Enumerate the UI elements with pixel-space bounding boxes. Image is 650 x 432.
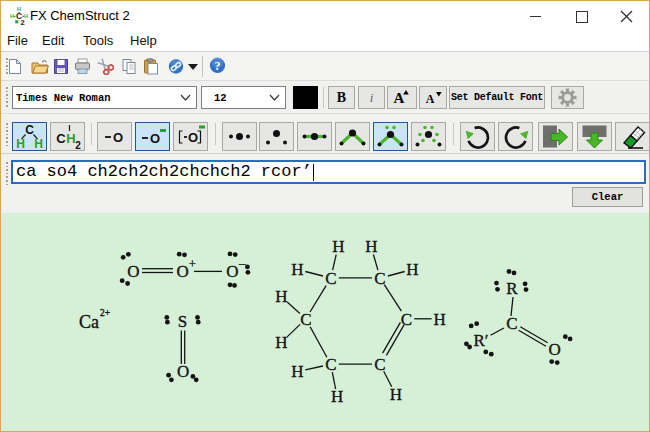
svg-text:2+: 2+ bbox=[100, 308, 110, 318]
svg-text:H: H bbox=[291, 260, 303, 279]
svg-text:+: + bbox=[189, 257, 196, 271]
svg-text:A: A bbox=[426, 92, 435, 106]
svg-text:2: 2 bbox=[75, 140, 81, 150]
svg-text:H: H bbox=[331, 387, 343, 406]
svg-text:H: H bbox=[390, 385, 402, 404]
svg-text:?: ? bbox=[215, 59, 221, 73]
svg-text:S: S bbox=[178, 312, 187, 331]
svg-text:H: H bbox=[16, 137, 25, 150]
svg-text:C: C bbox=[506, 314, 517, 333]
svg-text:C: C bbox=[325, 355, 336, 374]
svg-text:2: 2 bbox=[21, 18, 25, 26]
svg-text:O: O bbox=[188, 130, 198, 145]
svg-text:C: C bbox=[374, 355, 385, 374]
svg-text:R: R bbox=[506, 279, 518, 298]
svg-text:Rʹ: Rʹ bbox=[473, 331, 488, 350]
svg-text:C: C bbox=[300, 310, 311, 329]
svg-text:H: H bbox=[433, 310, 445, 329]
svg-text:C: C bbox=[374, 269, 385, 288]
svg-text:H: H bbox=[406, 260, 418, 279]
svg-text:O: O bbox=[176, 262, 188, 281]
svg-text:–: – bbox=[238, 255, 246, 270]
svg-text:Ca: Ca bbox=[79, 312, 99, 332]
svg-text:H: H bbox=[365, 237, 377, 256]
svg-text:O: O bbox=[127, 262, 139, 281]
svg-text:C: C bbox=[56, 131, 66, 146]
svg-text:H: H bbox=[332, 237, 344, 256]
svg-text:H: H bbox=[34, 137, 43, 150]
svg-text:A: A bbox=[394, 90, 405, 106]
svg-text:O: O bbox=[226, 262, 238, 281]
svg-text:H: H bbox=[275, 333, 287, 352]
svg-text:H: H bbox=[10, 13, 14, 19]
svg-text:H: H bbox=[275, 287, 287, 306]
svg-text:H: H bbox=[291, 362, 303, 381]
svg-text:C: C bbox=[325, 269, 336, 288]
svg-text:O: O bbox=[113, 130, 123, 145]
svg-text:C: C bbox=[25, 123, 34, 137]
svg-text:O: O bbox=[150, 131, 160, 146]
svg-text:O: O bbox=[548, 340, 560, 359]
svg-text:C: C bbox=[401, 310, 412, 329]
svg-text:O: O bbox=[177, 362, 189, 381]
